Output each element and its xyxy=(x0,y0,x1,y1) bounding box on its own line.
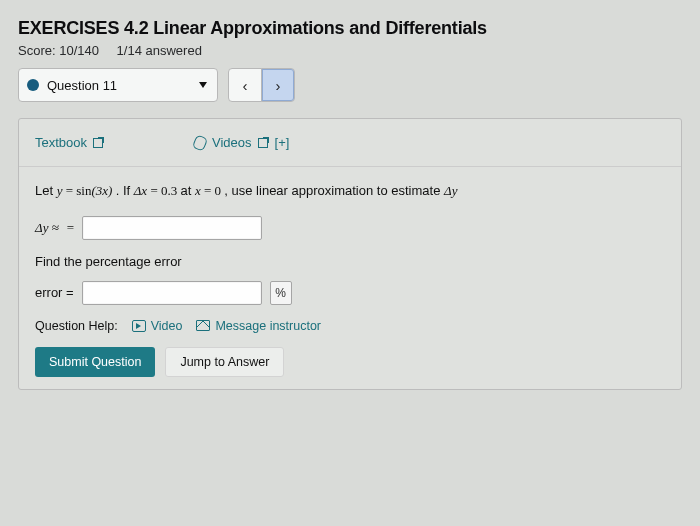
popout-icon xyxy=(93,137,104,148)
submit-question-button[interactable]: Submit Question xyxy=(35,347,155,377)
jump-to-answer-button[interactable]: Jump to Answer xyxy=(165,347,284,377)
equals-sign: = xyxy=(67,220,74,236)
delta-y-input[interactable] xyxy=(82,216,262,240)
percent-unit: % xyxy=(270,281,292,305)
question-box: Textbook Videos [+] Let y = sin(3x) . If… xyxy=(18,118,682,390)
textbook-link[interactable]: Textbook xyxy=(35,135,104,150)
popout-icon xyxy=(258,137,269,148)
chevron-down-icon xyxy=(199,82,207,88)
help-message-link[interactable]: Message instructor xyxy=(196,319,321,333)
question-selector-label: Question 11 xyxy=(47,78,117,93)
error-input[interactable] xyxy=(82,281,262,305)
question-nav: ‹ › xyxy=(228,68,295,102)
error-label: error = xyxy=(35,285,74,300)
next-question-button[interactable]: › xyxy=(261,68,295,102)
question-selector[interactable]: Question 11 xyxy=(18,68,218,102)
score-value: Score: 10/140 xyxy=(18,43,99,58)
page-title: EXERCISES 4.2 Linear Approximations and … xyxy=(18,18,682,39)
play-icon xyxy=(132,320,146,332)
prev-question-button[interactable]: ‹ xyxy=(228,68,262,102)
envelope-icon xyxy=(196,320,210,331)
help-label: Question Help: xyxy=(35,319,118,333)
attachment-icon xyxy=(192,134,208,151)
question-help-line: Question Help: Video Message instructor xyxy=(35,319,665,333)
problem-statement: Let y = sin(3x) . If Δx = 0.3 at x = 0 ,… xyxy=(35,181,665,202)
score-line: Score: 10/140 1/14 answered xyxy=(18,43,682,58)
find-error-label: Find the percentage error xyxy=(35,254,665,269)
question-resources: Textbook Videos [+] xyxy=(19,119,681,167)
answered-value: 1/14 answered xyxy=(117,43,202,58)
status-dot-icon xyxy=(27,79,39,91)
videos-link[interactable]: Videos [+] xyxy=(194,135,289,150)
help-video-link[interactable]: Video xyxy=(132,319,183,333)
delta-y-label: Δy ≈ xyxy=(35,220,59,236)
